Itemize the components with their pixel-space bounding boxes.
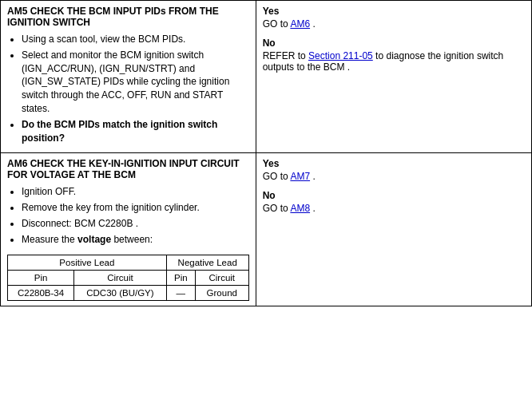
am6-no-block: No GO to AM8 . — [263, 190, 525, 214]
am5-yes-prefix: GO to — [263, 18, 291, 30]
voltage-bold: voltage — [77, 234, 111, 245]
list-item: Using a scan tool, view the BCM PIDs. — [22, 33, 249, 46]
am6-yes-prefix: GO to — [263, 171, 291, 182]
am6-yes-suffix: . — [310, 171, 316, 182]
am6-no-label: No — [263, 190, 525, 201]
am6-right-col: Yes GO to AM7 . No GO to AM8 . — [256, 153, 531, 306]
cell-pin1: C2280B-34 — [8, 285, 74, 300]
am6-no-suffix: . — [310, 203, 316, 214]
am6-yes-block: Yes GO to AM7 . — [263, 158, 525, 182]
list-item: Remove the key from the ignition cylinde… — [22, 201, 249, 215]
list-item: Do the BCM PIDs match the ignition switc… — [22, 118, 249, 145]
am6-yes-label: Yes — [263, 158, 525, 169]
table-col-header-row: Pin Circuit Pin Circuit — [8, 270, 249, 285]
cell-pin2: — — [166, 285, 195, 300]
am6-row: AM6 CHECK THE KEY-IN-IGNITION INPUT CIRC… — [1, 153, 532, 306]
col-header-circuit1: Circuit — [74, 270, 167, 285]
col-header-circuit2: Circuit — [195, 270, 248, 285]
am5-row: AM5 CHECK THE BCM INPUT PIDs FROM THE IG… — [1, 1, 532, 153]
am5-yes-suffix: . — [310, 18, 316, 30]
measure-prefix: Measure the — [22, 234, 77, 245]
col-header-pin1: Pin — [8, 270, 74, 285]
voltage-table: Positive Lead Negative Lead Pin Circuit … — [7, 255, 249, 301]
section211-05-link[interactable]: Section 211-05 — [308, 50, 373, 61]
measure-suffix: between: — [111, 234, 153, 245]
negative-lead-header: Negative Lead — [166, 255, 248, 270]
col-header-pin2: Pin — [166, 270, 195, 285]
am5-yes-label: Yes — [263, 6, 525, 17]
am5-yes-text: GO to AM6 . — [263, 18, 525, 30]
am6-yes-text: GO to AM7 . — [263, 171, 525, 182]
am5-left-col: AM5 CHECK THE BCM INPUT PIDs FROM THE IG… — [1, 1, 256, 153]
am6-link[interactable]: AM6 — [290, 18, 310, 30]
list-item: Select and monitor the BCM ignition swit… — [22, 49, 249, 116]
am5-steps-list: Using a scan tool, view the BCM PIDs. Se… — [7, 33, 249, 144]
am5-right-col: Yes GO to AM6 . No REFER to Section 211-… — [256, 1, 531, 153]
positive-lead-header: Positive Lead — [8, 255, 167, 270]
main-table: AM5 CHECK THE BCM INPUT PIDs FROM THE IG… — [0, 0, 532, 306]
am7-link[interactable]: AM7 — [290, 171, 310, 182]
list-item: Measure the voltage between: — [22, 233, 249, 247]
am6-no-prefix: GO to — [263, 203, 291, 214]
am6-no-text: GO to AM8 . — [263, 203, 525, 214]
am6-title: AM6 CHECK THE KEY-IN-IGNITION INPUT CIRC… — [7, 158, 249, 180]
am6-left-col: AM6 CHECK THE KEY-IN-IGNITION INPUT CIRC… — [1, 153, 256, 306]
am5-no-label: No — [263, 38, 525, 49]
list-item: Disconnect: BCM C2280B . — [22, 217, 249, 231]
ignition-off-text: Ignition OFF. — [22, 186, 76, 197]
table-row: C2280B-34 CDC30 (BU/GY) — Ground — [8, 285, 249, 300]
cell-circuit1: CDC30 (BU/GY) — [74, 285, 167, 300]
am5-title: AM5 CHECK THE BCM INPUT PIDs FROM THE IG… — [7, 6, 249, 28]
am5-yes-block: Yes GO to AM6 . — [263, 6, 525, 30]
table-header-row: Positive Lead Negative Lead — [8, 255, 249, 270]
bold-text: Do the BCM PIDs match the ignition switc… — [22, 119, 217, 144]
am5-no-prefix: REFER to — [263, 50, 308, 61]
am6-steps-list: Ignition OFF. Remove the key from the ig… — [7, 185, 249, 246]
cell-circuit2: Ground — [195, 285, 248, 300]
am8-link[interactable]: AM8 — [290, 203, 310, 214]
list-item: Ignition OFF. — [22, 185, 249, 199]
am5-no-block: No REFER to Section 211-05 to diagnose t… — [263, 38, 525, 73]
am5-no-text: REFER to Section 211-05 to diagnose the … — [263, 50, 525, 73]
